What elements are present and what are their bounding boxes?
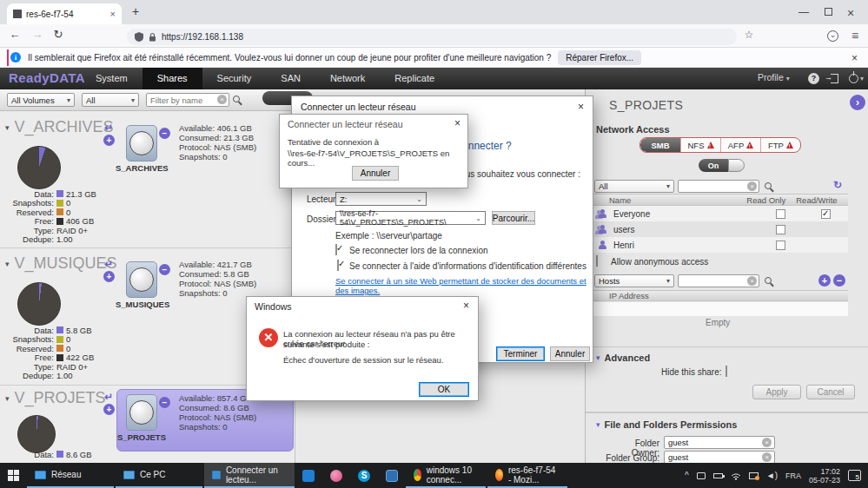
clear-field-icon[interactable] [762, 438, 772, 447]
task-chrome[interactable]: windows 10 connec... [406, 463, 486, 488]
open-share-icon[interactable]: ↵ [104, 122, 113, 134]
web-storage-link[interactable]: Se connecter à un site Web permettant de… [335, 276, 593, 295]
folder-owner-input[interactable] [664, 436, 775, 449]
wifi-icon[interactable] [731, 472, 741, 480]
table-row-everyone[interactable]: Everyone [586, 206, 848, 221]
menu-hamburger-icon[interactable]: ≡ [848, 29, 862, 43]
tab-afp[interactable]: AFP [720, 138, 760, 152]
reload-icon[interactable]: ↻ [50, 28, 66, 41]
collapse-panel-icon[interactable]: › [850, 95, 865, 110]
folder-path-input[interactable]: \\res-6e-f7-54\V_PROJETS\S_PROJETS\⌄ [335, 211, 486, 225]
new-tab-button[interactable]: + [132, 4, 139, 18]
task-firefox[interactable]: res-6e-f7-54 - Mozi... [487, 463, 567, 488]
access-filter-select[interactable]: All▾ [594, 180, 674, 193]
task-calculator[interactable] [378, 463, 406, 488]
ok-button[interactable]: OK [419, 382, 469, 397]
advanced-header[interactable]: ▾ Advanced [596, 353, 650, 363]
task-store[interactable] [295, 463, 322, 488]
clear-field-icon[interactable] [762, 452, 772, 462]
smb-toggle-on[interactable]: On [699, 159, 728, 172]
browse-button[interactable]: Parcourir... [492, 211, 535, 225]
back-icon[interactable]: ← [7, 28, 23, 41]
read-only-checkbox[interactable] [776, 209, 785, 219]
search-icon[interactable] [765, 277, 772, 284]
open-share-icon[interactable]: ↵ [104, 391, 113, 403]
refresh-icon[interactable]: ↻ [833, 179, 842, 191]
clear-search-icon[interactable] [747, 276, 757, 286]
window-maximize-button[interactable] [825, 8, 832, 16]
nav-san[interactable]: SAN [266, 68, 315, 89]
add-share-icon[interactable]: + [103, 135, 115, 146]
tab-smb[interactable]: SMB [640, 138, 680, 152]
tab-close-icon[interactable]: × [110, 9, 116, 19]
share-disk-icon[interactable] [126, 261, 157, 298]
reconnect-checkbox[interactable] [335, 244, 337, 255]
tablet-icon[interactable] [697, 472, 706, 479]
shield-icon[interactable] [135, 32, 143, 42]
volume-title[interactable]: ▾ V_PROJETS [5, 389, 106, 407]
task-skype[interactable]: S [350, 463, 378, 488]
task-photos[interactable] [322, 463, 350, 488]
remove-share-icon[interactable]: − [159, 264, 170, 275]
add-share-icon[interactable]: + [103, 271, 115, 282]
share-name[interactable]: S_PROJETS [116, 432, 168, 442]
permissions-header[interactable]: ▾ File and Folders Permissions [596, 419, 737, 430]
smb-toggle-knob[interactable] [728, 159, 745, 172]
folder-group-input[interactable] [664, 451, 775, 464]
nav-replicate[interactable]: Replicate [380, 68, 449, 89]
forward-icon[interactable]: → [30, 28, 45, 41]
add-share-icon[interactable]: + [103, 404, 115, 415]
close-icon[interactable]: × [463, 300, 469, 312]
window-close-button[interactable]: × [845, 6, 857, 20]
read-write-checkbox[interactable] [821, 209, 831, 219]
finish-button[interactable]: Terminer [496, 346, 545, 361]
display-notification-icon[interactable] [749, 472, 759, 479]
share-disk-icon[interactable] [126, 125, 157, 162]
logout-icon[interactable] [831, 74, 838, 83]
table-row-users[interactable]: users [586, 221, 848, 237]
clock[interactable]: 17:02 05-07-23 [809, 467, 840, 485]
url-bar[interactable]: https://192.168.1.138 [127, 29, 737, 45]
share-name[interactable]: S_MUSIQUES [116, 300, 168, 309]
notification-center-icon[interactable]: 5 [848, 470, 861, 481]
task-reseau[interactable]: Réseau [27, 463, 114, 488]
cancel-button[interactable]: Cancel [806, 385, 855, 399]
anonymous-access-checkbox[interactable] [596, 255, 598, 267]
task-ce-pc[interactable]: Ce PC [116, 463, 202, 488]
add-host-icon[interactable]: + [818, 274, 831, 287]
bookmark-star-icon[interactable]: ☆ [742, 29, 756, 41]
close-icon[interactable]: × [578, 101, 584, 113]
credentials-checkbox[interactable] [337, 260, 339, 271]
remove-host-icon[interactable]: − [833, 274, 845, 287]
repair-firefox-button[interactable]: Réparer Firefox... [558, 50, 641, 65]
nav-system[interactable]: System [81, 68, 142, 89]
clear-search-icon[interactable] [747, 181, 757, 191]
tray-expand-icon[interactable]: ^ [685, 471, 689, 480]
nav-security[interactable]: Security [202, 68, 267, 89]
volume-icon[interactable]: ◄) [766, 471, 778, 480]
read-only-checkbox[interactable] [776, 225, 785, 234]
help-icon[interactable]: ? [808, 73, 819, 84]
remove-share-icon[interactable]: − [159, 128, 170, 139]
battery-icon[interactable] [713, 473, 723, 478]
cancel-button[interactable]: Annuler [550, 346, 590, 361]
browser-tab[interactable]: res-6e-f7-54 × [7, 3, 122, 24]
language-indicator[interactable]: FRA [785, 472, 801, 480]
volume-title[interactable]: ▾ V_MUSIQUES [5, 254, 117, 273]
nav-network[interactable]: Network [315, 68, 380, 89]
volume-title[interactable]: ▾ V_ARCHIVES [5, 118, 114, 136]
type-select[interactable]: All▾ [82, 93, 139, 107]
search-icon[interactable] [233, 96, 240, 102]
open-share-icon[interactable]: ↵ [104, 258, 113, 270]
remove-share-icon[interactable]: − [159, 397, 170, 408]
task-connect-drive[interactable]: Connecter un lecteu... [204, 463, 295, 488]
apply-button[interactable]: Apply [752, 385, 801, 399]
nav-shares[interactable]: Shares [142, 68, 202, 89]
tab-ftp[interactable]: FTP [760, 138, 800, 152]
profile-menu[interactable]: Profile ▾ [758, 72, 790, 82]
share-disk-icon[interactable] [126, 394, 157, 431]
table-row-henri[interactable]: Henri [586, 237, 848, 253]
power-icon[interactable]: ▾ [849, 74, 864, 83]
read-only-checkbox[interactable] [776, 241, 785, 250]
cancel-button[interactable]: Annuler [352, 166, 399, 181]
